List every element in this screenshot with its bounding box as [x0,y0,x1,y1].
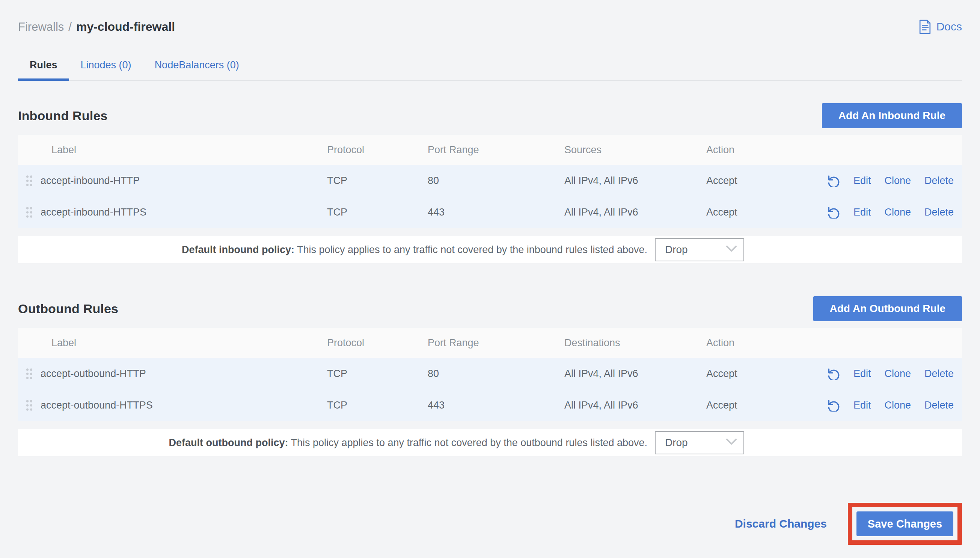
docs-link[interactable]: Docs [918,19,962,34]
column-header-action: Action [706,144,800,156]
inbound-policy-select[interactable]: Drop [655,238,744,261]
rule-sources: All IPv4, All IPv6 [564,207,706,218]
rule-label: accept-outbound-HTTP [41,368,327,380]
page-title: my-cloud-firewall [76,20,175,34]
rule-protocol: TCP [327,175,428,187]
default-outbound-policy-description: This policy applies to any traffic not c… [291,437,647,448]
tab-bar: Rules Linodes (0) NodeBalancers (0) [18,54,962,81]
column-header-sources: Sources [564,144,706,156]
outbound-rules-title: Outbound Rules [18,302,118,316]
edit-rule-link[interactable]: Edit [854,207,871,218]
undo-icon[interactable] [826,399,840,412]
column-header-protocol: Protocol [327,144,428,156]
outbound-table-header: Label Protocol Port Range Destinations A… [18,328,962,358]
inbound-section-header: Inbound Rules Add An Inbound Rule [18,103,962,128]
rule-label: accept-inbound-HTTP [41,175,327,187]
inbound-rules-title: Inbound Rules [18,108,108,123]
inbound-table-header: Label Protocol Port Range Sources Action [18,135,962,165]
rule-port-range: 443 [428,207,564,218]
breadcrumb-firewalls-link[interactable]: Firewalls [18,20,64,34]
drag-handle-icon[interactable] [18,368,41,380]
default-inbound-policy-label: Default inbound policy: [182,244,294,255]
rule-action: Accept [706,175,800,187]
rule-protocol: TCP [327,368,428,380]
column-header-label: Label [41,337,327,349]
drag-handle-icon[interactable] [18,207,41,218]
inbound-rules-table: Label Protocol Port Range Sources Action… [18,135,962,263]
column-header-port-range: Port Range [428,337,564,349]
rule-port-range: 80 [428,368,564,380]
rule-port-range: 80 [428,175,564,187]
chevron-down-icon [726,437,737,449]
rule-action: Accept [706,400,800,411]
drag-handle-icon[interactable] [18,175,41,187]
column-header-protocol: Protocol [327,337,428,349]
rule-action: Accept [706,207,800,218]
rule-label: accept-outbound-HTTPS [41,400,327,411]
default-outbound-policy-row: Default outbound policy: This policy app… [18,429,962,456]
clone-rule-link[interactable]: Clone [884,368,911,380]
edit-rule-link[interactable]: Edit [854,400,871,411]
save-changes-button[interactable]: Save Changes [857,512,953,536]
form-actions: Discard Changes Save Changes [18,503,962,545]
tab-linodes[interactable]: Linodes (0) [69,54,143,80]
outbound-policy-select[interactable]: Drop [655,431,744,455]
breadcrumb-separator: / [68,20,72,34]
default-outbound-policy-label: Default outbound policy: [169,437,288,448]
rule-protocol: TCP [327,400,428,411]
clone-rule-link[interactable]: Clone [884,207,911,218]
add-inbound-rule-button[interactable]: Add An Inbound Rule [822,103,962,128]
clone-rule-link[interactable]: Clone [884,175,911,187]
add-outbound-rule-button[interactable]: Add An Outbound Rule [813,296,962,321]
docs-link-label: Docs [936,20,962,33]
outbound-rules-table: Label Protocol Port Range Destinations A… [18,328,962,456]
breadcrumb: Firewalls / my-cloud-firewall [18,20,175,34]
red-highlight-annotation: Save Changes [848,503,962,545]
table-row: accept-inbound-HTTP TCP 80 All IPv4, All… [18,165,962,196]
tab-rules[interactable]: Rules [18,54,69,80]
page-header: Firewalls / my-cloud-firewall Docs [18,16,962,37]
edit-rule-link[interactable]: Edit [854,368,871,380]
docs-file-icon [918,19,932,34]
column-header-destinations: Destinations [564,337,706,349]
rule-sources: All IPv4, All IPv6 [564,175,706,187]
rule-protocol: TCP [327,207,428,218]
rule-port-range: 443 [428,400,564,411]
chevron-down-icon [726,244,737,256]
drag-handle-icon[interactable] [18,400,41,411]
outbound-section-header: Outbound Rules Add An Outbound Rule [18,296,962,321]
undo-icon[interactable] [826,367,840,381]
undo-icon[interactable] [826,174,840,187]
rule-action: Accept [706,368,800,380]
delete-rule-link[interactable]: Delete [924,207,954,218]
column-header-port-range: Port Range [428,144,564,156]
column-header-action: Action [706,337,800,349]
default-inbound-policy-description: This policy applies to any traffic not c… [297,244,647,255]
tab-nodebalancers[interactable]: NodeBalancers (0) [143,54,251,80]
inbound-policy-select-value: Drop [665,244,688,256]
edit-rule-link[interactable]: Edit [854,175,871,187]
column-header-label: Label [41,144,327,156]
rule-destinations: All IPv4, All IPv6 [564,368,706,380]
table-row: accept-outbound-HTTP TCP 80 All IPv4, Al… [18,358,962,389]
outbound-policy-select-value: Drop [665,437,688,449]
table-row: accept-outbound-HTTPS TCP 443 All IPv4, … [18,389,962,421]
delete-rule-link[interactable]: Delete [924,368,954,380]
delete-rule-link[interactable]: Delete [924,400,954,411]
firewall-detail-page: Firewalls / my-cloud-firewall Docs Rules… [0,16,980,558]
table-row: accept-inbound-HTTPS TCP 443 All IPv4, A… [18,196,962,228]
delete-rule-link[interactable]: Delete [924,175,954,187]
clone-rule-link[interactable]: Clone [884,400,911,411]
rule-label: accept-inbound-HTTPS [41,207,327,218]
default-inbound-policy-row: Default inbound policy: This policy appl… [18,236,962,263]
undo-icon[interactable] [826,205,840,219]
rule-destinations: All IPv4, All IPv6 [564,400,706,411]
discard-changes-button[interactable]: Discard Changes [735,517,827,530]
